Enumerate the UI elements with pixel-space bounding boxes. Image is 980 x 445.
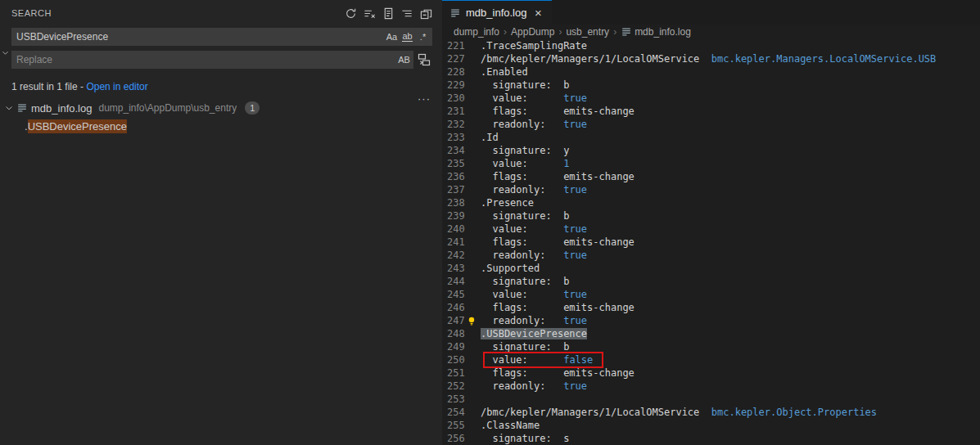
code-text: /bmc/kepler/Managers/1/LocalOMService bm…	[481, 406, 877, 419]
code-line[interactable]: 254/bmc/kepler/Managers/1/LocalOMService…	[442, 406, 980, 419]
line-number: 242	[442, 249, 462, 262]
breadcrumb-item[interactable]: usb_entry	[566, 26, 609, 38]
code-text: signature: b	[481, 275, 569, 288]
open-in-editor-link[interactable]: Open in editor	[86, 81, 147, 92]
lightbulb-icon[interactable]	[467, 316, 476, 326]
code-line[interactable]: 251 flags: emits-change	[442, 366, 980, 380]
gutter	[462, 406, 481, 419]
result-file-name: mdb_info.log	[31, 102, 92, 115]
code-text: value: true	[481, 222, 587, 236]
code-line[interactable]: 246 flags: emits-change	[442, 301, 980, 314]
breadcrumb-item[interactable]: AppDump	[511, 26, 554, 38]
code-text: .USBDevicePresence	[481, 327, 587, 340]
search-results-tree: mdb_info.log dump_info\AppDump\usb_entry…	[0, 99, 442, 135]
preserve-case-toggle[interactable]: AB	[396, 52, 412, 68]
gutter	[462, 39, 481, 52]
code-line[interactable]: 255.ClassName	[442, 419, 980, 432]
code-line[interactable]: 241 flags: emits-change	[442, 236, 980, 249]
line-number: 240	[442, 222, 462, 236]
code-line[interactable]: 232 readonly: true	[442, 118, 980, 131]
line-number: 250	[442, 353, 462, 366]
gutter	[462, 236, 481, 249]
gutter	[462, 65, 481, 79]
collapse-all-icon[interactable]	[418, 5, 434, 21]
line-number: 236	[442, 170, 462, 183]
code-line[interactable]: 249 signature: b	[442, 340, 980, 353]
gutter	[462, 170, 481, 183]
results-summary: 1 result in 1 file	[11, 81, 78, 92]
line-number: 228	[442, 65, 462, 79]
code-line[interactable]: 233.Id	[442, 131, 980, 144]
code-line[interactable]: 245 value: true	[442, 288, 980, 301]
file-result-row[interactable]: mdb_info.log dump_info\AppDump\usb_entry…	[0, 99, 442, 117]
code-text: flags: emits-change	[481, 170, 635, 183]
gutter	[462, 52, 481, 65]
code-text: signature: y	[481, 144, 569, 157]
code-editor[interactable]: 221.TraceSamplingRate227/bmc/kepler/Mana…	[442, 39, 980, 445]
breadcrumb-item-label: mdb_info.log	[635, 26, 691, 38]
line-number: 252	[442, 380, 462, 393]
code-line[interactable]: 256 signature: s	[442, 432, 980, 445]
code-line[interactable]: 250 value: false	[442, 353, 980, 366]
regex-toggle[interactable]: .*	[415, 29, 431, 45]
replace-input[interactable]	[11, 54, 396, 65]
line-number: 247	[442, 314, 462, 327]
expand-chevron[interactable]	[2, 101, 16, 115]
code-line[interactable]: 236 flags: emits-change	[442, 170, 980, 183]
code-line[interactable]: 231 flags: emits-change	[442, 105, 980, 118]
code-text: readonly: true	[481, 183, 587, 196]
line-number: 243	[442, 262, 462, 275]
line-number: 254	[442, 406, 462, 419]
breadcrumb-separator: ›	[558, 26, 562, 38]
breadcrumb-item-label: AppDump	[511, 26, 554, 38]
editor-group: mdb_info.log × dump_info›AppDump›usb_ent…	[442, 0, 980, 445]
gutter	[462, 380, 481, 393]
breadcrumb-separator: ›	[504, 26, 507, 38]
code-line[interactable]: 238.Presence	[442, 196, 980, 209]
search-input[interactable]	[11, 31, 384, 43]
code-line[interactable]: 229 signature: b	[442, 79, 980, 92]
code-line[interactable]: 253	[442, 393, 980, 406]
code-line[interactable]: 242 readonly: true	[442, 249, 980, 262]
match-result-row[interactable]: .USBDevicePresence	[0, 117, 442, 135]
gutter	[462, 92, 481, 105]
code-line[interactable]: 230 value: true	[442, 92, 980, 105]
more-actions-button[interactable]: ···	[418, 95, 431, 103]
breadcrumb-item[interactable]: mdb_info.log	[621, 26, 691, 38]
code-line[interactable]: 234 signature: y	[442, 144, 980, 157]
gutter	[462, 340, 481, 353]
code-line[interactable]: 227/bmc/kepler/Managers/1/LocalOMService…	[442, 52, 980, 65]
whole-word-toggle[interactable]: ab	[400, 29, 415, 45]
code-line[interactable]: 239 signature: b	[442, 209, 980, 222]
code-text: flags: emits-change	[481, 105, 635, 118]
code-line[interactable]: 244 signature: b	[442, 275, 980, 288]
code-line[interactable]: 237 readonly: true	[442, 183, 980, 196]
code-line[interactable]: 243.Supported	[442, 262, 980, 275]
line-number: 229	[442, 79, 462, 92]
gutter	[462, 105, 481, 118]
line-number: 246	[442, 301, 462, 314]
line-number: 248	[442, 327, 462, 340]
close-icon[interactable]: ×	[531, 7, 544, 20]
gutter	[462, 327, 481, 340]
refresh-icon[interactable]	[342, 5, 359, 21]
breadcrumb-item[interactable]: dump_info	[454, 26, 499, 38]
line-number: 239	[442, 209, 462, 222]
view-as-list-icon[interactable]	[399, 5, 415, 21]
code-text: readonly: true	[481, 380, 587, 393]
match-case-toggle[interactable]: Aa	[384, 29, 400, 45]
code-line[interactable]: 248.USBDevicePresence	[442, 327, 980, 340]
replace-all-icon[interactable]	[416, 52, 432, 68]
code-text: /bmc/kepler/Managers/1/LocalOMService bm…	[481, 52, 936, 65]
clear-results-icon[interactable]	[361, 5, 377, 21]
gutter	[462, 144, 481, 157]
code-line[interactable]: 247 readonly: true	[442, 314, 980, 327]
code-line[interactable]: 240 value: true	[442, 222, 980, 236]
code-line[interactable]: 221.TraceSamplingRate	[442, 39, 980, 52]
code-line[interactable]: 228.Enabled	[442, 65, 980, 79]
line-number: 251	[442, 366, 462, 380]
tab-mdb-info-log[interactable]: mdb_info.log ×	[442, 0, 552, 25]
code-line[interactable]: 252 readonly: true	[442, 380, 980, 393]
new-search-editor-icon[interactable]	[380, 5, 396, 21]
code-line[interactable]: 235 value: 1	[442, 157, 980, 170]
